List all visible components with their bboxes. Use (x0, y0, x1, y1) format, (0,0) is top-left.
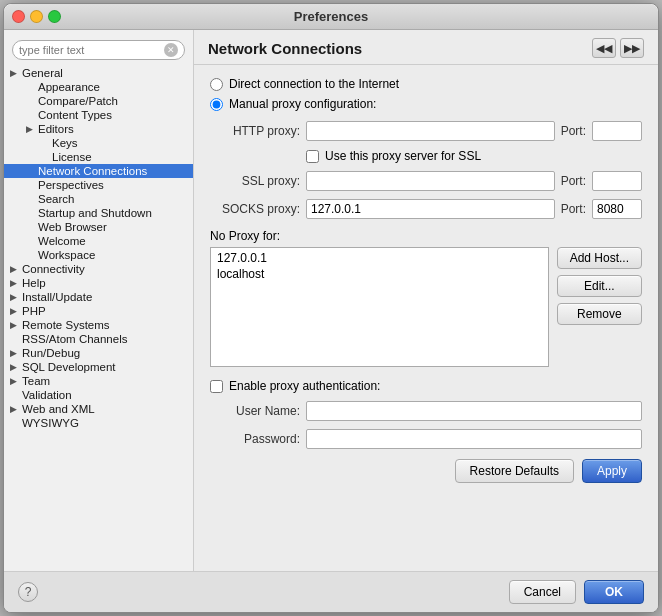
ssl-port-input[interactable] (592, 171, 642, 191)
password-input[interactable] (306, 429, 642, 449)
sidebar-item-compare-patch[interactable]: Compare/Patch (4, 94, 193, 108)
expand-arrow-team: ▶ (10, 376, 22, 386)
help-icon[interactable]: ? (18, 582, 38, 602)
expand-arrow-connectivity: ▶ (10, 264, 22, 274)
sidebar-label-run-debug: Run/Debug (22, 347, 80, 359)
edit-button[interactable]: Edit... (557, 275, 642, 297)
username-input[interactable] (306, 401, 642, 421)
sidebar-item-network-connections[interactable]: Network Connections (4, 164, 193, 178)
sidebar-item-web-browser[interactable]: Web Browser (4, 220, 193, 234)
manual-proxy-row: Manual proxy configuration: (210, 97, 642, 111)
sidebar-item-appearance[interactable]: Appearance (4, 80, 193, 94)
auth-section: Enable proxy authentication: User Name: … (210, 379, 642, 449)
maximize-button[interactable] (48, 10, 61, 23)
expand-arrow-editors: ▶ (26, 124, 38, 134)
sidebar-label-content-types: Content Types (38, 109, 112, 121)
socks-port-input[interactable] (592, 199, 642, 219)
ssl-proxy-label: SSL proxy: (210, 174, 300, 188)
sidebar-item-help[interactable]: ▶Help (4, 276, 193, 290)
ssl-checkbox-label: Use this proxy server for SSL (325, 149, 481, 163)
manual-radio[interactable] (210, 98, 223, 111)
socks-proxy-label: SOCKS proxy: (210, 202, 300, 216)
sidebar-item-welcome[interactable]: Welcome (4, 234, 193, 248)
minimize-button[interactable] (30, 10, 43, 23)
nav-forward-button[interactable]: ▶▶ (620, 38, 644, 58)
titlebar: Preferences (4, 4, 658, 30)
sidebar-item-editors[interactable]: ▶Editors (4, 122, 193, 136)
main-panel: Network Connections ◀◀ ▶▶ Direct connect… (194, 30, 658, 571)
expand-arrow-run-debug: ▶ (10, 348, 22, 358)
close-button[interactable] (12, 10, 25, 23)
sidebar-label-sql-development: SQL Development (22, 361, 116, 373)
expand-arrow-php: ▶ (10, 306, 22, 316)
sidebar-item-connectivity[interactable]: ▶Connectivity (4, 262, 193, 276)
sidebar-label-web-browser: Web Browser (38, 221, 107, 233)
add-host-button[interactable]: Add Host... (557, 247, 642, 269)
password-row: Password: (210, 429, 642, 449)
apply-button-panel[interactable]: Apply (582, 459, 642, 483)
sidebar-label-workspace: Workspace (38, 249, 95, 261)
sidebar-label-remote-systems: Remote Systems (22, 319, 110, 331)
expand-arrow-install-update: ▶ (10, 292, 22, 302)
preferences-dialog: Preferences ✕ ▶GeneralAppearanceCompare/… (3, 3, 659, 613)
list-item[interactable]: 127.0.0.1 (213, 250, 546, 266)
sidebar-item-startup-shutdown[interactable]: Startup and Shutdown (4, 206, 193, 220)
panel-body: Direct connection to the Internet Manual… (194, 65, 658, 571)
direct-radio[interactable] (210, 78, 223, 91)
sidebar-label-install-update: Install/Update (22, 291, 92, 303)
sidebar-item-sql-development[interactable]: ▶SQL Development (4, 360, 193, 374)
sidebar-label-editors: Editors (38, 123, 74, 135)
sidebar-item-web-xml[interactable]: ▶Web and XML (4, 402, 193, 416)
nav-back-button[interactable]: ◀◀ (592, 38, 616, 58)
tree-container: ▶GeneralAppearanceCompare/PatchContent T… (4, 66, 193, 430)
sidebar-item-wysiwyg[interactable]: WYSIWYG (4, 416, 193, 430)
no-proxy-list[interactable]: 127.0.0.1localhost (210, 247, 549, 367)
ssl-proxy-row: SSL proxy: Port: (210, 171, 642, 191)
username-row: User Name: (210, 401, 642, 421)
sidebar-item-validation[interactable]: Validation (4, 388, 193, 402)
no-proxy-label: No Proxy for: (210, 229, 642, 243)
sidebar-item-rss-atom[interactable]: RSS/Atom Channels (4, 332, 193, 346)
panel-actions: Restore Defaults Apply (210, 459, 642, 483)
sidebar-label-perspectives: Perspectives (38, 179, 104, 191)
sidebar-item-search[interactable]: Search (4, 192, 193, 206)
http-port-label: Port: (561, 124, 586, 138)
list-item[interactable]: localhost (213, 266, 546, 282)
sidebar-item-content-types[interactable]: Content Types (4, 108, 193, 122)
sidebar-label-startup-shutdown: Startup and Shutdown (38, 207, 152, 219)
sidebar: ✕ ▶GeneralAppearanceCompare/PatchContent… (4, 30, 194, 571)
sidebar-item-remote-systems[interactable]: ▶Remote Systems (4, 318, 193, 332)
ssl-checkbox[interactable] (306, 150, 319, 163)
connection-type-group: Direct connection to the Internet Manual… (210, 77, 642, 111)
ok-button[interactable]: OK (584, 580, 644, 604)
traffic-lights (12, 10, 61, 23)
auth-checkbox[interactable] (210, 380, 223, 393)
ssl-proxy-input[interactable] (306, 171, 555, 191)
sidebar-item-workspace[interactable]: Workspace (4, 248, 193, 262)
sidebar-item-license[interactable]: License (4, 150, 193, 164)
socks-proxy-input[interactable] (306, 199, 555, 219)
sidebar-item-run-debug[interactable]: ▶Run/Debug (4, 346, 193, 360)
sidebar-item-perspectives[interactable]: Perspectives (4, 178, 193, 192)
http-port-input[interactable] (592, 121, 642, 141)
cancel-button[interactable]: Cancel (509, 580, 576, 604)
sidebar-label-web-xml: Web and XML (22, 403, 95, 415)
remove-button[interactable]: Remove (557, 303, 642, 325)
restore-defaults-button[interactable]: Restore Defaults (455, 459, 574, 483)
search-input[interactable] (19, 44, 160, 56)
sidebar-item-general[interactable]: ▶General (4, 66, 193, 80)
http-proxy-input[interactable] (306, 121, 555, 141)
sidebar-item-team[interactable]: ▶Team (4, 374, 193, 388)
ssl-port-label: Port: (561, 174, 586, 188)
search-box[interactable]: ✕ (12, 40, 185, 60)
sidebar-item-install-update[interactable]: ▶Install/Update (4, 290, 193, 304)
sidebar-label-license: License (52, 151, 92, 163)
content-area: ✕ ▶GeneralAppearanceCompare/PatchContent… (4, 30, 658, 571)
sidebar-label-php: PHP (22, 305, 46, 317)
sidebar-item-php[interactable]: ▶PHP (4, 304, 193, 318)
sidebar-label-network-connections: Network Connections (38, 165, 147, 177)
sidebar-item-keys[interactable]: Keys (4, 136, 193, 150)
search-clear-icon[interactable]: ✕ (164, 43, 178, 57)
no-proxy-section: No Proxy for: 127.0.0.1localhost Add Hos… (210, 229, 642, 367)
expand-arrow-help: ▶ (10, 278, 22, 288)
